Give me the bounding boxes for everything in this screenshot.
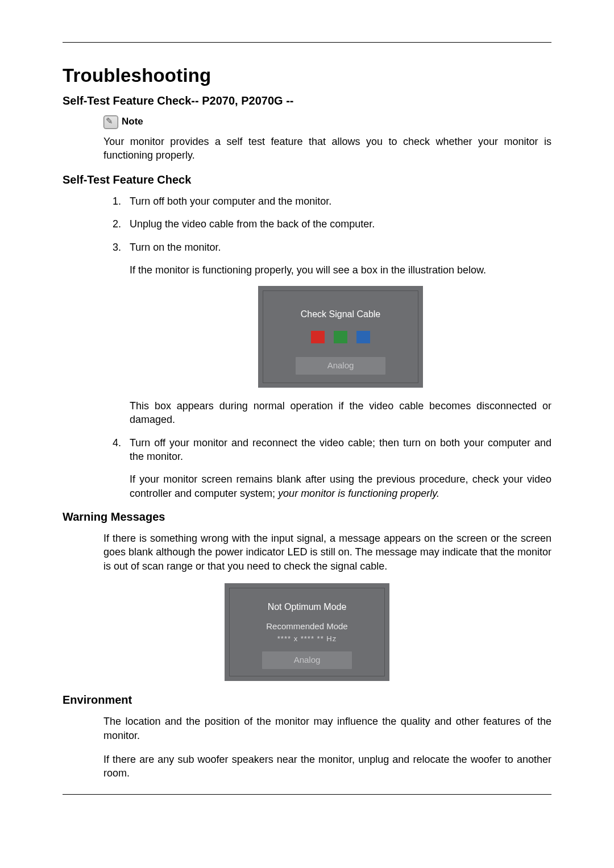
step-3-sub: If the monitor is functioning properly, … bbox=[130, 263, 551, 277]
osd-resolution-text: **** x **** ** Hz bbox=[235, 634, 379, 644]
step-3: Turn on the monitor. If the monitor is f… bbox=[124, 240, 551, 427]
osd-square-green bbox=[334, 331, 347, 343]
osd-inner: Check Signal Cable Analog bbox=[263, 290, 418, 383]
note-row: Note bbox=[103, 115, 551, 129]
bottom-rule bbox=[63, 794, 551, 795]
osd-recommended-text: Recommended Mode bbox=[235, 621, 379, 632]
osd-analog-bar: Analog bbox=[262, 651, 352, 669]
selftest-steps: Turn off both your computer and the moni… bbox=[103, 194, 551, 500]
osd-figure-check-signal: Check Signal Cable Analog bbox=[258, 286, 423, 388]
osd-square-blue bbox=[356, 331, 370, 343]
page-title: Troubleshooting bbox=[63, 63, 551, 89]
osd-box: Check Signal Cable Analog bbox=[258, 286, 423, 388]
heading-warning-messages: Warning Messages bbox=[63, 509, 551, 525]
osd-square-red bbox=[311, 331, 325, 343]
osd-check-signal-text: Check Signal Cable bbox=[269, 308, 412, 321]
osd-not-optimum-text: Not Optimum Mode bbox=[235, 601, 379, 613]
step-3-text: Turn on the monitor. bbox=[130, 242, 221, 253]
step-4-sub-italic: your monitor is functioning properly. bbox=[278, 488, 439, 499]
document-page: Troubleshooting Self-Test Feature Check-… bbox=[0, 0, 614, 868]
step-2: Unplug the video cable from the back of … bbox=[124, 217, 551, 231]
osd-analog-bar: Analog bbox=[296, 357, 385, 375]
note-label: Note bbox=[122, 115, 143, 128]
environment-p2: If there are any sub woofer speakers nea… bbox=[103, 753, 551, 780]
heading-environment: Environment bbox=[63, 692, 551, 708]
osd-inner: Not Optimum Mode Recommended Mode **** x… bbox=[229, 588, 385, 677]
step-1-text: Turn off both your computer and the moni… bbox=[130, 196, 331, 207]
step-2-text: Unplug the video cable from the back of … bbox=[130, 218, 375, 230]
top-rule bbox=[63, 42, 551, 43]
step-3-after: This box appears during normal operation… bbox=[130, 399, 551, 427]
warning-body: If there is something wrong with the inp… bbox=[103, 531, 551, 573]
step-4-sub: If your monitor screen remains blank aft… bbox=[130, 472, 551, 500]
osd-color-row bbox=[269, 331, 412, 343]
step-1: Turn off both your computer and the moni… bbox=[124, 194, 551, 208]
heading-selftest-models: Self-Test Feature Check-- P2070, P2070G … bbox=[63, 93, 551, 109]
step-4-text: Turn off your monitor and reconnect the … bbox=[130, 437, 551, 462]
osd-figure-not-optimum: Not Optimum Mode Recommended Mode **** x… bbox=[225, 583, 389, 682]
osd-box: Not Optimum Mode Recommended Mode **** x… bbox=[225, 583, 389, 682]
heading-selftest: Self-Test Feature Check bbox=[63, 172, 551, 188]
environment-p1: The location and the position of the mon… bbox=[103, 715, 551, 742]
note-body: Your monitor provides a self test featur… bbox=[103, 135, 551, 163]
step-4: Turn off your monitor and reconnect the … bbox=[124, 436, 551, 500]
note-icon bbox=[103, 115, 118, 129]
